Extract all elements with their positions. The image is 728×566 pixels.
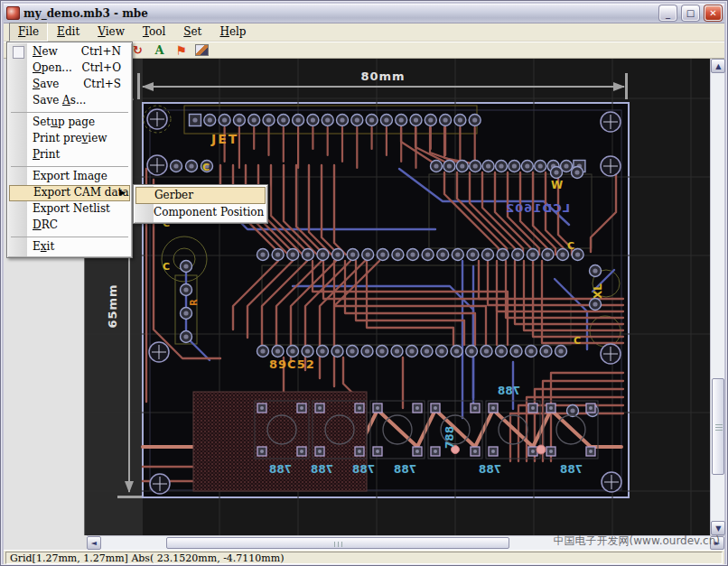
horizontal-scroll-thumb[interactable] bbox=[166, 537, 509, 549]
menu-item-save-as[interactable]: Save As... bbox=[9, 93, 130, 109]
label-c1: C bbox=[202, 162, 210, 173]
image-tool-icon[interactable] bbox=[195, 44, 209, 56]
menu-separator bbox=[11, 237, 128, 237]
new-document-icon bbox=[13, 46, 24, 59]
menu-item-export-cam-data[interactable]: Export CAM data▶ bbox=[9, 185, 130, 201]
label-c4: C bbox=[567, 240, 574, 252]
status-bar: Grid[1.27mm, 1.27mm] Abs( 23.1520mm, -4.… bbox=[4, 550, 724, 564]
text-tool-icon[interactable]: A bbox=[152, 43, 167, 58]
canvas-area[interactable]: 80mm 65mm JET 89C52 C C C C C W bbox=[85, 59, 710, 535]
title-bar: my_demo.mb3 - mbe _ □ ✕ bbox=[4, 4, 724, 23]
copper-pour bbox=[193, 392, 367, 491]
maximize-button[interactable]: □ bbox=[682, 5, 699, 21]
label-s8: 788 bbox=[498, 385, 520, 397]
menu-edit[interactable]: Edit bbox=[48, 23, 89, 42]
app-window: my_demo.mb3 - mbe _ □ ✕ File Edit View T… bbox=[0, 0, 728, 566]
window-title: my_demo.mb3 - mbe bbox=[23, 7, 654, 20]
label-w: W bbox=[551, 179, 563, 191]
submenu-item-gerber[interactable]: Gerber bbox=[135, 187, 266, 204]
label-c3: C bbox=[163, 261, 170, 273]
menu-separator bbox=[11, 166, 128, 167]
label-lcd-mirrored: LCD1602 bbox=[505, 201, 570, 215]
label-xl: XL bbox=[592, 283, 604, 299]
watermark: 中国电子开发网(www.ourdev.cn) bbox=[554, 534, 720, 549]
label-mcu: 89C52 bbox=[269, 357, 315, 371]
label-s4: 788 bbox=[394, 463, 416, 476]
menu-item-setup-page[interactable]: Setup page bbox=[9, 115, 130, 131]
pcb-canvas[interactable]: 80mm 65mm JET 89C52 C C C C C W bbox=[85, 59, 710, 535]
status-text: Grid[1.27mm, 1.27mm] Abs( 23.1520mm, -4.… bbox=[5, 552, 723, 564]
menu-item-open[interactable]: Open...Ctrl+O bbox=[9, 60, 130, 77]
menu-item-print[interactable]: Print bbox=[9, 147, 130, 163]
vertical-scroll-thumb[interactable] bbox=[712, 378, 724, 475]
file-menu-popup: NewCtrl+N Open...Ctrl+O SaveCtrl+S Save … bbox=[6, 42, 133, 258]
menu-item-export-image[interactable]: Export Image bbox=[9, 169, 130, 185]
menu-item-export-netlist[interactable]: Export Netlist bbox=[9, 201, 130, 218]
menu-view[interactable]: View bbox=[89, 23, 134, 42]
menu-separator bbox=[11, 112, 128, 113]
label-r: R bbox=[189, 299, 199, 306]
scroll-left-button[interactable]: ◄ bbox=[87, 536, 101, 550]
menu-help[interactable]: Help bbox=[210, 23, 255, 42]
flag-icon[interactable]: ⚑ bbox=[173, 43, 189, 58]
menu-item-new[interactable]: NewCtrl+N bbox=[9, 44, 130, 60]
app-icon bbox=[6, 6, 20, 20]
export-cam-submenu: Gerber Component Position bbox=[133, 184, 268, 224]
dim-width-label: 80mm bbox=[361, 70, 406, 83]
menu-tool[interactable]: Tool bbox=[134, 23, 174, 42]
minimize-button[interactable]: _ bbox=[659, 5, 677, 21]
menu-item-drc[interactable]: DRC bbox=[9, 218, 130, 234]
menu-bar: File Edit View Tool Set Help bbox=[4, 23, 724, 42]
close-button[interactable]: ✕ bbox=[705, 5, 722, 21]
label-s5: 788 bbox=[479, 463, 501, 476]
label-s6: 788 bbox=[560, 463, 583, 476]
menu-file[interactable]: File bbox=[9, 23, 48, 42]
scroll-up-button[interactable]: ▲ bbox=[711, 59, 725, 73]
menu-item-exit[interactable]: Exit bbox=[9, 239, 130, 255]
label-s3: 788 bbox=[352, 463, 375, 476]
label-c5: C bbox=[574, 335, 581, 347]
label-s2: 788 bbox=[311, 463, 333, 476]
submenu-item-component-position[interactable]: Component Position bbox=[135, 204, 266, 221]
menu-set[interactable]: Set bbox=[174, 23, 210, 42]
label-jet: JET bbox=[210, 132, 238, 146]
label-s1: 788 bbox=[269, 463, 292, 476]
dim-height-label: 65mm bbox=[106, 283, 119, 328]
label-s7: 788 bbox=[443, 426, 456, 449]
vertical-scrollbar[interactable]: ▲ ▼ bbox=[710, 59, 724, 535]
menu-item-save[interactable]: SaveCtrl+S bbox=[9, 77, 130, 93]
submenu-arrow-icon: ▶ bbox=[119, 186, 126, 199]
scrollbar-left-spacer bbox=[4, 535, 87, 550]
menu-item-print-preview[interactable]: Print preview bbox=[9, 131, 130, 147]
